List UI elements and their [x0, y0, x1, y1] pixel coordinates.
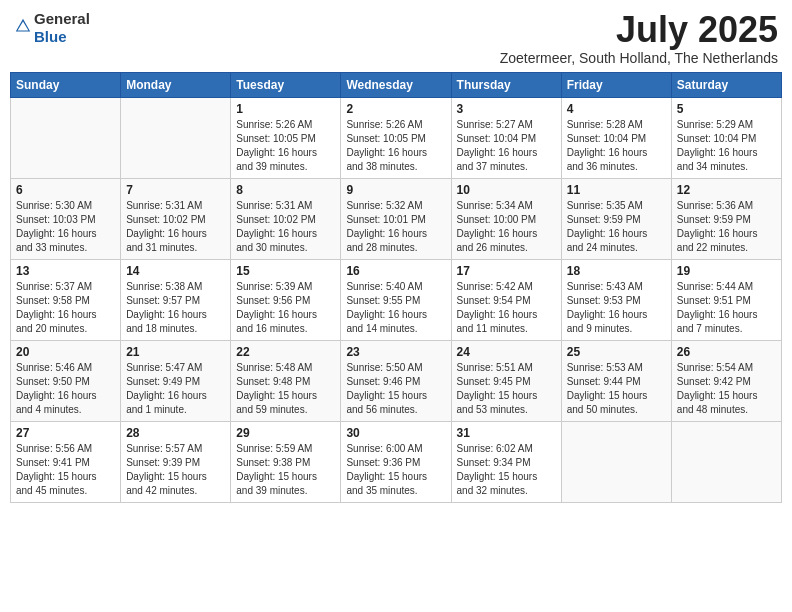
calendar-cell: [121, 97, 231, 178]
logo-icon: [14, 17, 32, 35]
calendar-week-row: 13Sunrise: 5:37 AM Sunset: 9:58 PM Dayli…: [11, 259, 782, 340]
calendar-cell: 31Sunrise: 6:02 AM Sunset: 9:34 PM Dayli…: [451, 421, 561, 502]
day-info: Sunrise: 5:28 AM Sunset: 10:04 PM Daylig…: [567, 118, 666, 174]
day-info: Sunrise: 5:34 AM Sunset: 10:00 PM Daylig…: [457, 199, 556, 255]
day-info: Sunrise: 5:27 AM Sunset: 10:04 PM Daylig…: [457, 118, 556, 174]
day-number: 20: [16, 345, 115, 359]
day-info: Sunrise: 5:53 AM Sunset: 9:44 PM Dayligh…: [567, 361, 666, 417]
day-number: 18: [567, 264, 666, 278]
day-number: 11: [567, 183, 666, 197]
calendar-cell: 19Sunrise: 5:44 AM Sunset: 9:51 PM Dayli…: [671, 259, 781, 340]
calendar-week-row: 20Sunrise: 5:46 AM Sunset: 9:50 PM Dayli…: [11, 340, 782, 421]
day-info: Sunrise: 5:51 AM Sunset: 9:45 PM Dayligh…: [457, 361, 556, 417]
day-number: 25: [567, 345, 666, 359]
calendar-week-row: 6Sunrise: 5:30 AM Sunset: 10:03 PM Dayli…: [11, 178, 782, 259]
calendar-cell: 16Sunrise: 5:40 AM Sunset: 9:55 PM Dayli…: [341, 259, 451, 340]
day-number: 14: [126, 264, 225, 278]
day-info: Sunrise: 5:48 AM Sunset: 9:48 PM Dayligh…: [236, 361, 335, 417]
day-info: Sunrise: 5:44 AM Sunset: 9:51 PM Dayligh…: [677, 280, 776, 336]
day-number: 27: [16, 426, 115, 440]
calendar-header-row: SundayMondayTuesdayWednesdayThursdayFrid…: [11, 72, 782, 97]
calendar-week-row: 1Sunrise: 5:26 AM Sunset: 10:05 PM Dayli…: [11, 97, 782, 178]
day-number: 5: [677, 102, 776, 116]
calendar-cell: 6Sunrise: 5:30 AM Sunset: 10:03 PM Dayli…: [11, 178, 121, 259]
day-info: Sunrise: 5:38 AM Sunset: 9:57 PM Dayligh…: [126, 280, 225, 336]
calendar-cell: 7Sunrise: 5:31 AM Sunset: 10:02 PM Dayli…: [121, 178, 231, 259]
calendar-cell: 30Sunrise: 6:00 AM Sunset: 9:36 PM Dayli…: [341, 421, 451, 502]
calendar-cell: [671, 421, 781, 502]
calendar-cell: 13Sunrise: 5:37 AM Sunset: 9:58 PM Dayli…: [11, 259, 121, 340]
day-number: 24: [457, 345, 556, 359]
day-info: Sunrise: 5:56 AM Sunset: 9:41 PM Dayligh…: [16, 442, 115, 498]
day-number: 28: [126, 426, 225, 440]
calendar-cell: [561, 421, 671, 502]
calendar-cell: 27Sunrise: 5:56 AM Sunset: 9:41 PM Dayli…: [11, 421, 121, 502]
location-title: Zoetermeer, South Holland, The Netherlan…: [500, 50, 778, 66]
day-info: Sunrise: 5:31 AM Sunset: 10:02 PM Daylig…: [236, 199, 335, 255]
calendar-cell: 2Sunrise: 5:26 AM Sunset: 10:05 PM Dayli…: [341, 97, 451, 178]
day-number: 2: [346, 102, 445, 116]
calendar-cell: 11Sunrise: 5:35 AM Sunset: 9:59 PM Dayli…: [561, 178, 671, 259]
logo-blue-text: Blue: [34, 28, 67, 45]
calendar-cell: 8Sunrise: 5:31 AM Sunset: 10:02 PM Dayli…: [231, 178, 341, 259]
day-number: 17: [457, 264, 556, 278]
day-number: 7: [126, 183, 225, 197]
day-of-week-header: Tuesday: [231, 72, 341, 97]
day-info: Sunrise: 5:39 AM Sunset: 9:56 PM Dayligh…: [236, 280, 335, 336]
day-number: 12: [677, 183, 776, 197]
day-info: Sunrise: 5:35 AM Sunset: 9:59 PM Dayligh…: [567, 199, 666, 255]
day-info: Sunrise: 5:36 AM Sunset: 9:59 PM Dayligh…: [677, 199, 776, 255]
day-number: 23: [346, 345, 445, 359]
day-of-week-header: Wednesday: [341, 72, 451, 97]
day-info: Sunrise: 5:31 AM Sunset: 10:02 PM Daylig…: [126, 199, 225, 255]
day-info: Sunrise: 5:32 AM Sunset: 10:01 PM Daylig…: [346, 199, 445, 255]
month-title: July 2025: [500, 10, 778, 50]
calendar-cell: 3Sunrise: 5:27 AM Sunset: 10:04 PM Dayli…: [451, 97, 561, 178]
day-number: 10: [457, 183, 556, 197]
day-number: 8: [236, 183, 335, 197]
calendar-cell: 26Sunrise: 5:54 AM Sunset: 9:42 PM Dayli…: [671, 340, 781, 421]
day-number: 3: [457, 102, 556, 116]
day-of-week-header: Saturday: [671, 72, 781, 97]
day-info: Sunrise: 6:00 AM Sunset: 9:36 PM Dayligh…: [346, 442, 445, 498]
day-info: Sunrise: 5:46 AM Sunset: 9:50 PM Dayligh…: [16, 361, 115, 417]
logo: General Blue: [14, 10, 90, 46]
day-info: Sunrise: 5:29 AM Sunset: 10:04 PM Daylig…: [677, 118, 776, 174]
day-info: Sunrise: 5:37 AM Sunset: 9:58 PM Dayligh…: [16, 280, 115, 336]
day-info: Sunrise: 5:30 AM Sunset: 10:03 PM Daylig…: [16, 199, 115, 255]
day-number: 21: [126, 345, 225, 359]
day-info: Sunrise: 6:02 AM Sunset: 9:34 PM Dayligh…: [457, 442, 556, 498]
calendar-cell: 20Sunrise: 5:46 AM Sunset: 9:50 PM Dayli…: [11, 340, 121, 421]
title-block: July 2025 Zoetermeer, South Holland, The…: [500, 10, 778, 66]
day-number: 9: [346, 183, 445, 197]
calendar-cell: 23Sunrise: 5:50 AM Sunset: 9:46 PM Dayli…: [341, 340, 451, 421]
calendar-week-row: 27Sunrise: 5:56 AM Sunset: 9:41 PM Dayli…: [11, 421, 782, 502]
day-of-week-header: Sunday: [11, 72, 121, 97]
calendar-cell: 10Sunrise: 5:34 AM Sunset: 10:00 PM Dayl…: [451, 178, 561, 259]
day-info: Sunrise: 5:57 AM Sunset: 9:39 PM Dayligh…: [126, 442, 225, 498]
day-info: Sunrise: 5:47 AM Sunset: 9:49 PM Dayligh…: [126, 361, 225, 417]
calendar-cell: 25Sunrise: 5:53 AM Sunset: 9:44 PM Dayli…: [561, 340, 671, 421]
day-number: 30: [346, 426, 445, 440]
calendar-cell: 17Sunrise: 5:42 AM Sunset: 9:54 PM Dayli…: [451, 259, 561, 340]
day-number: 19: [677, 264, 776, 278]
day-of-week-header: Monday: [121, 72, 231, 97]
day-number: 1: [236, 102, 335, 116]
calendar-cell: 15Sunrise: 5:39 AM Sunset: 9:56 PM Dayli…: [231, 259, 341, 340]
calendar-cell: 29Sunrise: 5:59 AM Sunset: 9:38 PM Dayli…: [231, 421, 341, 502]
calendar-cell: 22Sunrise: 5:48 AM Sunset: 9:48 PM Dayli…: [231, 340, 341, 421]
calendar-cell: 4Sunrise: 5:28 AM Sunset: 10:04 PM Dayli…: [561, 97, 671, 178]
day-number: 22: [236, 345, 335, 359]
day-number: 6: [16, 183, 115, 197]
day-of-week-header: Thursday: [451, 72, 561, 97]
calendar-cell: 1Sunrise: 5:26 AM Sunset: 10:05 PM Dayli…: [231, 97, 341, 178]
logo-general-text: General: [34, 10, 90, 27]
day-number: 29: [236, 426, 335, 440]
day-info: Sunrise: 5:40 AM Sunset: 9:55 PM Dayligh…: [346, 280, 445, 336]
day-info: Sunrise: 5:42 AM Sunset: 9:54 PM Dayligh…: [457, 280, 556, 336]
day-info: Sunrise: 5:26 AM Sunset: 10:05 PM Daylig…: [236, 118, 335, 174]
day-info: Sunrise: 5:26 AM Sunset: 10:05 PM Daylig…: [346, 118, 445, 174]
day-number: 15: [236, 264, 335, 278]
day-info: Sunrise: 5:50 AM Sunset: 9:46 PM Dayligh…: [346, 361, 445, 417]
calendar-cell: 12Sunrise: 5:36 AM Sunset: 9:59 PM Dayli…: [671, 178, 781, 259]
